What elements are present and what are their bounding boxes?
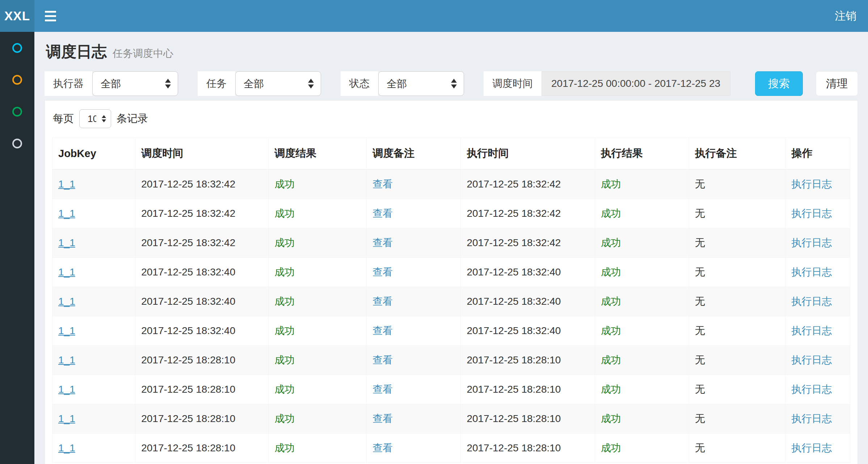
execution-log-link[interactable]: 执行日志	[791, 354, 832, 366]
circle-o-icon	[12, 107, 22, 117]
top-navbar: XXL 注销	[0, 0, 868, 32]
job-key-link[interactable]: 1_1	[58, 296, 75, 307]
sidebar-item-3[interactable]	[0, 96, 34, 127]
search-button[interactable]: 搜索	[755, 71, 803, 96]
executor-filter-group: 执行器 全部	[45, 71, 178, 96]
handle-msg-text: 无	[695, 384, 705, 395]
handle-result-text: 成功	[601, 266, 621, 278]
table-row: 1_12017-12-25 18:32:40成功查看2017-12-25 18:…	[52, 287, 850, 316]
handle-msg-text: 无	[695, 237, 705, 248]
handle-result-text: 成功	[601, 354, 621, 366]
handle-time-text: 2017-12-25 18:32:42	[467, 208, 561, 219]
page-size-prefix-label: 每页	[53, 111, 74, 126]
trigger-time-range-input[interactable]	[542, 71, 730, 96]
job-key-link[interactable]: 1_1	[58, 384, 75, 395]
execution-log-link[interactable]: 执行日志	[791, 237, 832, 248]
hamburger-icon	[45, 11, 56, 13]
sidebar-toggle-button[interactable]	[34, 0, 66, 32]
column-header: 执行备注	[689, 138, 785, 170]
job-key-link[interactable]: 1_1	[58, 237, 75, 248]
handle-result-text: 成功	[601, 325, 621, 336]
job-filter-select[interactable]: 全部	[235, 71, 321, 96]
table-row: 1_12017-12-25 18:32:42成功查看2017-12-25 18:…	[52, 169, 850, 199]
trigger-msg-link[interactable]: 查看	[372, 384, 393, 395]
sidebar-item-1[interactable]	[0, 32, 34, 64]
trigger-time-text: 2017-12-25 18:32:42	[141, 178, 235, 190]
trigger-msg-link[interactable]: 查看	[372, 354, 393, 366]
execution-log-link[interactable]: 执行日志	[791, 442, 832, 454]
trigger-time-filter-label: 调度时间	[484, 71, 542, 96]
trigger-msg-link[interactable]: 查看	[372, 266, 393, 278]
job-key-link[interactable]: 1_1	[58, 442, 75, 454]
circle-o-icon	[12, 75, 22, 85]
column-header: 执行时间	[461, 138, 595, 170]
handle-time-text: 2017-12-25 18:32:42	[467, 178, 561, 190]
page-title: 调度日志	[46, 42, 107, 62]
execution-log-link[interactable]: 执行日志	[791, 208, 832, 219]
trigger-msg-link[interactable]: 查看	[372, 237, 393, 248]
trigger-msg-link[interactable]: 查看	[372, 178, 393, 190]
page-size-suffix-label: 条记录	[117, 111, 148, 126]
execution-log-link[interactable]: 执行日志	[791, 266, 832, 278]
execution-log-link[interactable]: 执行日志	[791, 296, 832, 307]
job-key-link[interactable]: 1_1	[58, 178, 75, 190]
job-filter-label: 任务	[198, 71, 235, 96]
clear-button[interactable]: 清理	[816, 71, 858, 96]
status-filter-select[interactable]: 全部	[378, 71, 464, 96]
column-header: JobKey	[52, 138, 135, 170]
trigger-time-text: 2017-12-25 18:32:40	[141, 296, 235, 307]
trigger-result-text: 成功	[274, 384, 295, 395]
trigger-result-text: 成功	[274, 208, 295, 219]
handle-result-text: 成功	[601, 413, 621, 424]
sidebar-item-4[interactable]	[0, 127, 34, 159]
trigger-time-text: 2017-12-25 18:28:10	[141, 354, 235, 366]
trigger-time-filter-group: 调度时间	[484, 71, 730, 96]
execution-log-link[interactable]: 执行日志	[791, 178, 832, 190]
job-key-link[interactable]: 1_1	[58, 354, 75, 366]
table-row: 1_12017-12-25 18:32:42成功查看2017-12-25 18:…	[52, 199, 850, 228]
trigger-time-text: 2017-12-25 18:28:10	[141, 413, 235, 424]
log-table-box: 每页 10 条记录 JobKey调度时间调度结果调度备注执行时间执行结果执行备注…	[45, 100, 858, 464]
trigger-msg-link[interactable]: 查看	[372, 325, 393, 336]
trigger-result-text: 成功	[274, 237, 295, 248]
trigger-msg-link[interactable]: 查看	[372, 413, 393, 424]
handle-time-text: 2017-12-25 18:32:40	[467, 266, 561, 278]
page-subtitle: 任务调度中心	[113, 47, 173, 60]
content-header: 调度日志 任务调度中心	[45, 42, 858, 62]
table-row: 1_12017-12-25 18:32:40成功查看2017-12-25 18:…	[52, 316, 850, 346]
handle-msg-text: 无	[695, 413, 705, 424]
table-row: 1_12017-12-25 18:32:42成功查看2017-12-25 18:…	[52, 228, 850, 258]
trigger-msg-link[interactable]: 查看	[372, 296, 393, 307]
handle-msg-text: 无	[695, 325, 705, 336]
handle-msg-text: 无	[695, 208, 705, 219]
handle-time-text: 2017-12-25 18:28:10	[467, 442, 561, 454]
content-area: 调度日志 任务调度中心 执行器 全部 任务 全部 状态	[34, 32, 868, 464]
handle-result-text: 成功	[601, 296, 621, 307]
job-key-link[interactable]: 1_1	[58, 266, 75, 278]
table-row: 1_12017-12-25 18:28:10成功查看2017-12-25 18:…	[52, 346, 850, 375]
trigger-msg-link[interactable]: 查看	[372, 442, 393, 454]
job-key-link[interactable]: 1_1	[58, 208, 75, 219]
handle-time-text: 2017-12-25 18:28:10	[467, 384, 561, 395]
page-size-control: 每页 10 条记录	[53, 109, 850, 128]
job-key-link[interactable]: 1_1	[58, 413, 75, 424]
sidebar-item-2[interactable]	[0, 64, 34, 96]
column-header: 调度时间	[135, 138, 269, 170]
job-key-link[interactable]: 1_1	[58, 325, 75, 336]
status-filter-label: 状态	[341, 71, 378, 96]
handle-msg-text: 无	[695, 442, 705, 454]
executor-filter-select[interactable]: 全部	[92, 71, 178, 96]
column-header: 调度结果	[269, 138, 367, 170]
app-logo[interactable]: XXL	[0, 0, 34, 32]
execution-log-link[interactable]: 执行日志	[791, 325, 832, 336]
executor-filter-label: 执行器	[45, 71, 92, 96]
handle-time-text: 2017-12-25 18:32:40	[467, 296, 561, 307]
trigger-msg-link[interactable]: 查看	[372, 208, 393, 219]
logout-link[interactable]: 注销	[823, 0, 868, 32]
handle-result-text: 成功	[601, 237, 621, 248]
table-header-row: JobKey调度时间调度结果调度备注执行时间执行结果执行备注操作	[52, 138, 850, 170]
handle-time-text: 2017-12-25 18:32:42	[467, 237, 561, 248]
execution-log-link[interactable]: 执行日志	[791, 413, 832, 424]
execution-log-link[interactable]: 执行日志	[791, 384, 832, 395]
page-size-select[interactable]: 10	[79, 109, 111, 128]
